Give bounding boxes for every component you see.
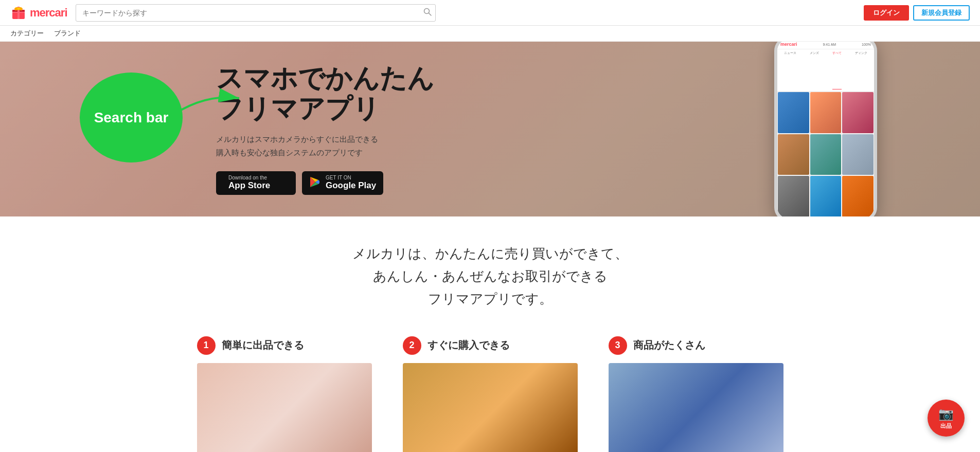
hero-section: Search bar スマホでかんたん フリマアプリ メルカリはスマホカメラから… — [0, 42, 980, 216]
fab-label: 出品 — [940, 422, 952, 430]
register-button[interactable]: 新規会員登録 — [913, 5, 970, 21]
fab-button[interactable]: 📷 出品 — [928, 400, 965, 437]
search-input[interactable] — [76, 4, 436, 22]
feature-item-3: 3 商品がたくさん — [609, 336, 783, 452]
hero-title: スマホでかんたん フリマアプリ — [216, 63, 434, 125]
hero-subtitle-line1: メルカリはスマホカメラからすぐに出品できる — [216, 133, 434, 146]
phone-grid-item-7 — [778, 176, 809, 216]
phone-tab-4: ディンク — [855, 51, 867, 89]
phone-tab-bar: ニュース メンズ すべて ディンク — [777, 49, 874, 92]
app-store-button[interactable]: Download on the App Store — [216, 171, 296, 195]
search-bar-container — [76, 4, 436, 22]
feature-header-1: 1 簡単に出品できる — [197, 336, 372, 355]
phone-mockup: mercari 9:41 AM 100% ニュース メンズ すべて ディンク — [774, 42, 877, 216]
phone-tab-1: ニュース — [784, 51, 796, 89]
logo-area: mercari — [10, 5, 67, 21]
svg-line-8 — [429, 13, 431, 15]
google-play-text: GET IT ON Google Play — [326, 175, 376, 191]
hero-title-line1: スマホでかんたん — [216, 63, 434, 94]
header: mercari ログイン 新規会員登録 — [0, 0, 980, 26]
feature-title-2: すぐに購入できる — [427, 338, 510, 352]
phone-logo: mercari — [780, 42, 797, 47]
google-play-small-text: GET IT ON — [326, 175, 376, 180]
feature-title-1: 簡単に出品できる — [222, 338, 304, 352]
search-icon — [423, 8, 432, 16]
mercari-logo-icon — [10, 5, 27, 21]
feature-image-3 — [609, 363, 783, 452]
phone-tab-3: すべて — [832, 51, 842, 89]
google-play-large-text: Google Play — [326, 180, 376, 191]
feature-title-3: 商品がたくさん — [633, 338, 705, 352]
login-button[interactable]: ログイン — [864, 5, 909, 21]
feature-item-1: 1 簡単に出品できる — [197, 336, 372, 452]
tagline-line2: あんしん・あんぜんなお取引ができる — [10, 265, 970, 287]
phone-grid-item-9 — [842, 176, 874, 216]
nav-bar: カテゴリー ブランド — [0, 26, 980, 42]
feature-image-2 — [403, 363, 578, 452]
phone-grid-item-8 — [810, 176, 842, 216]
main-content: メルカリは、かんたんに売り買いができて、 あんしん・あんぜんなお取引ができる フ… — [0, 216, 980, 452]
phone-status: 9:41 AM — [823, 43, 836, 46]
feature-image-1 — [197, 363, 372, 452]
feature-number-1: 1 — [197, 336, 216, 355]
phone-grid-item-6 — [842, 134, 874, 175]
hero-title-line2: フリマアプリ — [216, 94, 434, 124]
phone-grid-item-1 — [778, 92, 809, 133]
phone-grid-item-3 — [842, 92, 874, 133]
app-store-large-text: App Store — [228, 180, 270, 191]
logo-text: mercari — [30, 6, 67, 20]
hero-subtitle-line2: 購入時も安心な独自システムのアプリです — [216, 146, 434, 159]
phone-grid-item-4 — [778, 134, 809, 175]
main-tagline: メルカリは、かんたんに売り買いができて、 あんしん・あんぜんなお取引ができる フ… — [10, 242, 970, 311]
tagline-line3: フリマアプリです。 — [10, 287, 970, 310]
phone-screen: mercari 9:41 AM 100% ニュース メンズ すべて ディンク — [777, 42, 874, 216]
hero-content: スマホでかんたん フリマアプリ メルカリはスマホカメラからすぐに出品できる 購入… — [216, 63, 434, 195]
tagline-line1: メルカリは、かんたんに売り買いができて、 — [10, 242, 970, 265]
svg-point-6 — [17, 7, 20, 10]
feature-number-3: 3 — [609, 336, 627, 355]
hero-subtitle: メルカリはスマホカメラからすぐに出品できる 購入時も安心な独自システムのアプリで… — [216, 133, 434, 159]
google-play-icon — [309, 176, 320, 190]
fab-camera-icon: 📷 — [938, 407, 954, 421]
phone-frame: mercari 9:41 AM 100% ニュース メンズ すべて ディンク — [774, 42, 877, 216]
phone-top-bar: mercari 9:41 AM 100% — [777, 42, 874, 49]
app-store-text: Download on the App Store — [228, 175, 270, 191]
search-button[interactable] — [423, 8, 432, 18]
feature-header-2: 2 すぐに購入できる — [403, 336, 578, 355]
features-section: 1 簡単に出品できる 2 すぐに購入できる 3 商品がたくさん — [10, 336, 970, 452]
phone-tab-2: メンズ — [810, 51, 819, 89]
google-play-button[interactable]: GET IT ON Google Play — [302, 171, 383, 195]
nav-item-category[interactable]: カテゴリー — [10, 29, 44, 38]
feature-number-2: 2 — [403, 336, 421, 355]
feature-item-2: 2 すぐに購入できる — [403, 336, 578, 452]
nav-item-brand[interactable]: ブランド — [54, 29, 81, 38]
phone-grid-item-5 — [810, 134, 842, 175]
svg-rect-3 — [12, 12, 25, 13]
app-store-buttons: Download on the App Store GET IT ON Goog… — [216, 171, 434, 195]
feature-header-3: 3 商品がたくさん — [609, 336, 783, 355]
phone-grid-item-2 — [810, 92, 842, 133]
phone-battery: 100% — [862, 43, 871, 46]
header-buttons: ログイン 新規会員登録 — [864, 5, 970, 21]
app-store-small-text: Download on the — [228, 175, 270, 180]
